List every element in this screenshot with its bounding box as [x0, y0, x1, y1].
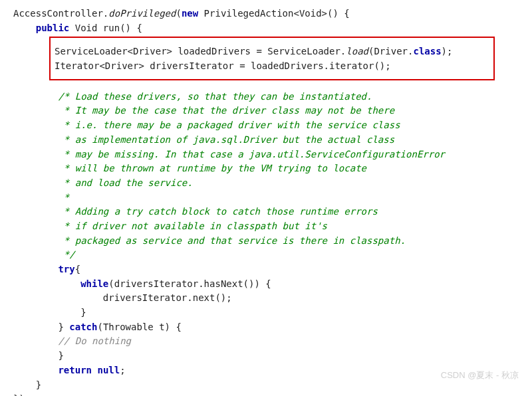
brace-line: }: [58, 350, 63, 361]
comment-line: * if driver not available in classpath b…: [58, 221, 327, 231]
comment-line: * may be missing. In that case a java.ut…: [58, 149, 445, 159]
code-block: AccessController.doPrivileged(new Privil…: [13, 7, 519, 35]
highlighted-code: ServiceLoader<Driver> loadedDrivers = Se…: [49, 37, 495, 80]
return-line: return null;: [58, 365, 125, 375]
brace-line: }: [36, 379, 41, 390]
code-block-lower: /* Load these drivers, so that they can …: [13, 90, 519, 396]
while-line: while(driversIterator.hasNext()) {: [80, 278, 271, 289]
highlight-content: ServiceLoader<Driver> loadedDrivers = Se…: [55, 45, 489, 73]
comment-line: * and load the service.: [58, 177, 192, 188]
hl-line1: ServiceLoader<Driver> loadedDrivers = Se…: [55, 46, 452, 56]
comment-line: * i.e. there may be a packaged driver wi…: [58, 120, 400, 130]
next-line: driversIterator.next();: [103, 292, 232, 303]
comment-line: * Adding a try catch block to catch thos…: [58, 206, 377, 217]
brace-line: }: [80, 307, 86, 318]
do-nothing-line: // Do nothing: [58, 336, 131, 346]
closing-line: });: [13, 393, 30, 396]
comment-line: * packaged as service and that service i…: [58, 235, 406, 246]
comment-line: * will be thrown at runtime by the VM tr…: [58, 163, 366, 173]
comment-line: * as implementation of java.sql.Driver b…: [58, 134, 394, 145]
comment-line: *: [58, 192, 69, 203]
catch-line: } catch(Throwable t) {: [58, 322, 181, 332]
comment-line: /* Load these drivers, so that they can …: [58, 91, 372, 102]
comment-line: */: [58, 249, 74, 260]
comment-line: * It may be the case that the driver cla…: [58, 105, 394, 116]
hl-line2: Iterator<Driver> driversIterator = loade…: [55, 60, 391, 71]
line-access: AccessController.doPrivileged(new Privil…: [13, 8, 350, 19]
line-run-sig: public Void run() {: [36, 23, 142, 33]
try-line: try{: [58, 264, 80, 274]
